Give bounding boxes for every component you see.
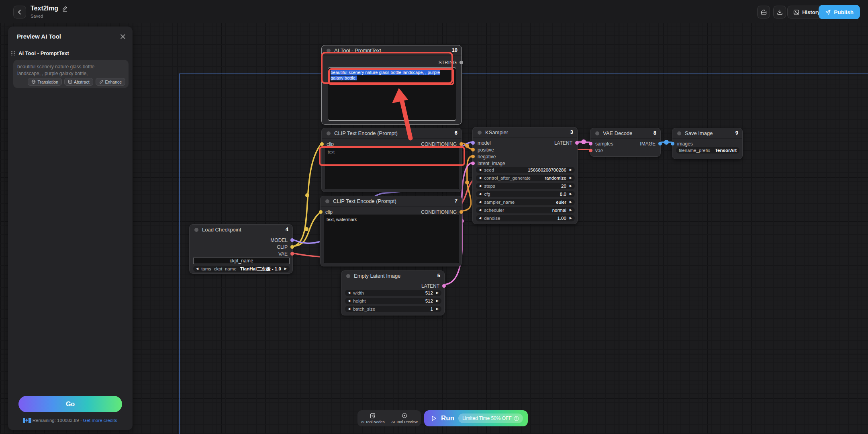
- send-icon: [825, 9, 831, 15]
- widget-filename-prefix[interactable]: filename_prefix TensorArt: [676, 147, 739, 154]
- node-collapse-dot[interactable]: [677, 131, 681, 135]
- run-button[interactable]: Run Limited Time 50% OFF: [424, 410, 528, 426]
- tool-nodes-icon: [370, 413, 376, 419]
- ai-tool-nodes-button[interactable]: AI Tool Nodes: [361, 413, 384, 424]
- input-port-samples[interactable]: [589, 142, 592, 145]
- widget-scheduler[interactable]: ◀ scheduler normal ▶: [476, 207, 575, 213]
- increment-arrow[interactable]: ▶: [570, 217, 572, 220]
- node-collapse-dot[interactable]: [327, 131, 331, 135]
- node-collapse-dot[interactable]: [325, 199, 329, 203]
- output-port-conditioning[interactable]: [460, 210, 463, 214]
- ai-tool-preview-button[interactable]: AI Tool Preview: [391, 413, 417, 424]
- publish-button[interactable]: Publish: [819, 5, 860, 19]
- widget-tams-ckpt-name[interactable]: ◀ tams_ckpt_name TianHai二次媛 - 1.0 ▶: [193, 266, 290, 272]
- input-port-positive[interactable]: [471, 148, 475, 151]
- input-port-negative[interactable]: [471, 155, 475, 158]
- increment-arrow[interactable]: ▶: [436, 307, 439, 311]
- widget-denoise[interactable]: ◀ denoise 1.00 ▶: [476, 215, 575, 221]
- enhance-chip[interactable]: Enhance: [96, 78, 125, 86]
- output-label-conditioning: CONDITIONING: [421, 141, 457, 147]
- node-save-image[interactable]: Save Image 9 images filename_prefix Tens…: [672, 128, 743, 159]
- node-empty-latent-image[interactable]: Empty Latent Image 5 LATENT ◀ width 512 …: [341, 270, 445, 315]
- output-port-vae[interactable]: [290, 252, 294, 256]
- increment-arrow[interactable]: ▶: [284, 267, 287, 270]
- widget-height[interactable]: ◀ height 512 ▶: [345, 298, 441, 304]
- widget-control-after-generate[interactable]: ◀ control_after_generate randomize ▶: [476, 175, 575, 181]
- input-port-clip[interactable]: [320, 142, 324, 146]
- widget-cfg[interactable]: ◀ cfg 8.0 ▶: [476, 191, 575, 197]
- increment-arrow[interactable]: ▶: [570, 168, 572, 172]
- increment-arrow[interactable]: ▶: [436, 299, 439, 303]
- increment-arrow[interactable]: ▶: [570, 192, 572, 196]
- node-clip-text-encode-positive[interactable]: CLIP Text Encode (Prompt) 6 clip CONDITI…: [321, 128, 462, 192]
- node-load-checkpoint[interactable]: Load Checkpoint 4 MODEL CLIP VAE ckpt_na…: [189, 224, 293, 274]
- increment-arrow[interactable]: ▶: [570, 176, 572, 180]
- widget-steps[interactable]: ◀ steps 20 ▶: [476, 183, 575, 189]
- widget-batch-size[interactable]: ◀ batch_size 1 ▶: [345, 306, 441, 312]
- increment-arrow[interactable]: ▶: [570, 201, 572, 204]
- node-vae-decode[interactable]: VAE Decode 8 samples IMAGE vae: [590, 128, 661, 157]
- output-port-image[interactable]: [658, 142, 662, 145]
- decrement-arrow[interactable]: ◀: [479, 168, 481, 172]
- selected-prompt-text: beautiful scenery nature glass bottle la…: [331, 70, 440, 80]
- widget-ckpt-name[interactable]: ckpt_name: [193, 258, 290, 264]
- decrement-arrow[interactable]: ◀: [479, 201, 481, 204]
- node-ai-tool-prompttext[interactable]: AI Tool - PromptText 10 STRING beautiful…: [321, 45, 462, 125]
- node-collapse-dot[interactable]: [327, 49, 331, 53]
- decrement-arrow[interactable]: ◀: [348, 307, 350, 311]
- output-port-clip[interactable]: [290, 245, 294, 249]
- decrement-arrow[interactable]: ◀: [479, 217, 481, 220]
- abstract-chip[interactable]: Abstract: [64, 78, 93, 86]
- node-clip-text-encode-negative[interactable]: CLIP Text Encode (Prompt) 7 clip CONDITI…: [320, 196, 462, 266]
- prompt-text-widget[interactable]: beautiful scenery nature glass bottle la…: [328, 68, 456, 121]
- output-port-model[interactable]: [290, 238, 294, 242]
- node-title: Save Image: [685, 130, 713, 136]
- output-label-model: MODEL: [270, 237, 288, 243]
- node-collapse-dot[interactable]: [478, 131, 482, 135]
- widget-sampler-name[interactable]: ◀ sampler_name euler ▶: [476, 199, 575, 205]
- increment-arrow[interactable]: ▶: [436, 291, 439, 295]
- decrement-arrow[interactable]: ◀: [479, 192, 481, 196]
- translation-chip[interactable]: Translation: [28, 78, 62, 86]
- decrement-arrow[interactable]: ◀: [479, 176, 481, 180]
- input-port-clip[interactable]: [319, 210, 323, 214]
- prompt-input[interactable]: beautiful scenery nature glass bottle la…: [13, 60, 129, 88]
- increment-arrow[interactable]: ▶: [570, 209, 572, 212]
- lightning-icon: [25, 418, 29, 423]
- decrement-arrow[interactable]: ◀: [196, 267, 198, 270]
- assets-button[interactable]: [757, 6, 770, 18]
- edit-title-icon[interactable]: [62, 6, 68, 12]
- back-button[interactable]: [13, 6, 26, 18]
- output-port-latent[interactable]: [575, 141, 579, 145]
- output-label-latent: LATENT: [554, 140, 572, 146]
- decrement-arrow[interactable]: ◀: [479, 209, 481, 212]
- abstract-icon: [68, 80, 72, 84]
- node-collapse-dot[interactable]: [194, 228, 198, 232]
- decrement-arrow[interactable]: ◀: [348, 299, 350, 303]
- decrement-arrow[interactable]: ◀: [348, 291, 350, 295]
- go-button[interactable]: Go: [18, 396, 122, 412]
- get-more-credits-link[interactable]: Get more credits: [83, 418, 117, 423]
- output-port-latent[interactable]: [442, 284, 446, 288]
- widget-width[interactable]: ◀ width 512 ▶: [345, 290, 441, 296]
- text-widget[interactable]: text: [325, 147, 459, 189]
- save-status: Saved: [31, 14, 43, 18]
- increment-arrow[interactable]: ▶: [570, 184, 572, 188]
- input-port-images[interactable]: [671, 142, 674, 145]
- node-collapse-dot[interactable]: [346, 274, 350, 278]
- decrement-arrow[interactable]: ◀: [479, 184, 481, 188]
- widget-seed[interactable]: ◀ seed 156680208700286 ▶: [476, 167, 575, 173]
- input-port-latent-image[interactable]: [471, 162, 475, 165]
- text-widget[interactable]: text, watermark: [324, 215, 459, 263]
- drag-handle-icon[interactable]: [11, 51, 15, 56]
- node-ksampler[interactable]: KSampler 3 model LATENT positive negativ…: [472, 127, 578, 224]
- output-port-conditioning[interactable]: [460, 142, 463, 146]
- output-port-string[interactable]: [460, 61, 463, 64]
- input-port-model[interactable]: [471, 141, 475, 145]
- input-port-vae[interactable]: [589, 149, 592, 152]
- export-button[interactable]: [773, 6, 786, 18]
- bottom-toolbar: AI Tool Nodes AI Tool Preview: [357, 410, 421, 426]
- node-collapse-dot[interactable]: [595, 131, 599, 135]
- close-icon[interactable]: [120, 33, 126, 40]
- tool-section-title: AI Tool - PromptText: [18, 50, 69, 56]
